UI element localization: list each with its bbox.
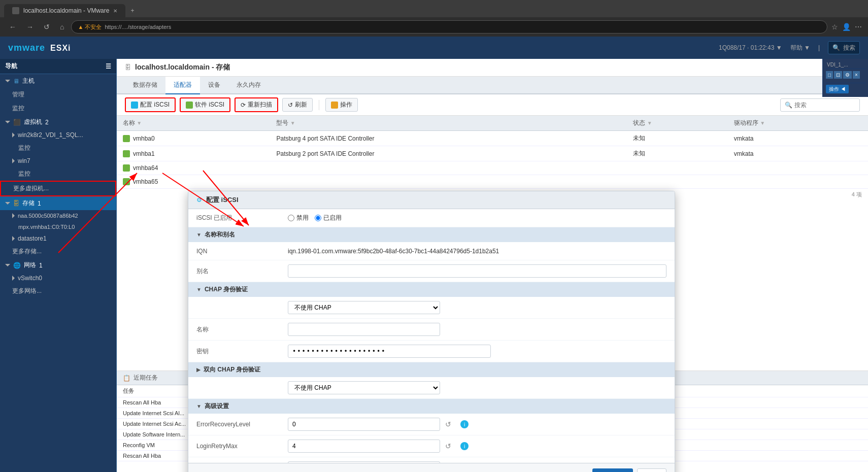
sidebar-item-vm1[interactable]: win2k8r2_VDI_1_SQL... [0,129,116,141]
tab-adapters[interactable]: 适配器 [165,77,200,94]
iscsi-enabled-row: iSCSI 已启用 禁用 已启用 [188,209,675,227]
user-info[interactable]: 1Q088/17 · 01:22:43 ▼ [719,44,782,51]
sidebar: 导航 ☰ 🖥 主机 管理 监控 ⬛ 虚拟机 2 win2k8r2_VDI_1_S… [0,59,117,472]
sidebar-item-naa[interactable]: naa.5000c50087a86b42 [0,210,116,221]
iscsi-disabled-radio[interactable]: 禁用 [288,214,309,222]
fp-actions-row: 操作 ◀ [825,83,866,95]
reset-icon-1[interactable]: ↺ [443,441,453,451]
expand-vm1-icon [12,132,15,138]
rescan-button[interactable]: ⟳ 重新扫描 [235,97,278,112]
sidebar-item-datastore1[interactable]: datastore1 [0,232,116,245]
sidebar-item-win7[interactable]: win7 [0,155,116,167]
tab-devices[interactable]: 设备 [200,77,228,94]
header-search[interactable]: 🔍 搜索 [828,41,860,54]
mutual-chap-section-header[interactable]: ▶ 双向 CHAP 身份验证 [188,362,675,377]
adv-input-1[interactable] [288,440,440,453]
iscsi-disabled-radio-input[interactable] [288,215,294,221]
chap-name-input[interactable] [288,323,440,336]
name-alias-section-header[interactable]: ▼ 名称和别名 [188,227,675,242]
refresh-button[interactable]: ↺ 刷新 [282,98,313,112]
iscsi-enabled-radio-input[interactable] [315,215,321,221]
main-layout: 导航 ☰ 🖥 主机 管理 监控 ⬛ 虚拟机 2 win2k8r2_VDI_1_S… [0,59,868,472]
browser-tab-active[interactable]: localhost.localdomain - VMware ✕ [4,4,125,17]
sidebar-item-label-more-network: 更多网络... [12,287,42,295]
fp-actions-button[interactable]: 操作 ◀ [826,85,849,93]
page-header-icon: 🗄 [125,64,131,71]
menu-icon[interactable]: ⋯ [855,23,862,31]
software-iscsi-button[interactable]: 软件 iSCSI [180,97,230,112]
table-row[interactable]: vmhba0 Patsburg 4 port SATA IDE Controll… [117,131,868,146]
adv-label-0: ErrorRecoveryLevel [196,421,288,428]
info-icon-1[interactable]: i [460,442,469,450]
iscsi-enabled-radio[interactable]: 已启用 [315,214,342,222]
advanced-label: 高级设置 [205,402,229,411]
expand-icon [5,80,10,82]
sidebar-item-label-storage: 存储 [22,199,35,208]
col-driver: 驱动程序 ▼ [728,116,868,131]
chap-secret-label: 密钥 [196,347,288,356]
mutual-chap-select[interactable]: 不使用 CHAP [288,381,440,394]
adv-value-wrapper-1: ↺ i [288,440,666,453]
nav-home-button[interactable]: ⌂ [57,21,67,33]
sidebar-item-label-network: 网络 [24,261,36,269]
mutual-chap-toggle: ▶ [196,367,201,373]
table-row[interactable]: vmhba64 [117,161,868,175]
sidebar-item-more-storage[interactable]: 更多存储... [0,245,116,258]
sidebar-collapse-button[interactable]: ☰ [106,63,111,70]
bookmark-icon[interactable]: ☆ [831,23,838,31]
sidebar-item-monitor-win7[interactable]: 监控 [0,167,116,181]
cancel-button[interactable]: 取消 [637,468,666,472]
sidebar-item-label-win7: win7 [18,157,30,164]
tab-persistent-memory[interactable]: 永久内存 [228,77,269,94]
sidebar-item-mpx[interactable]: mpx.vmhba1:C0:T0:L0 [0,221,116,232]
fp-btn-2[interactable]: ⚙ [843,71,852,79]
chap-secret-input[interactable] [288,345,491,358]
fp-btn-3[interactable]: × [853,71,860,79]
network-icon: 🌐 [13,262,21,269]
expand-network-icon [5,264,10,266]
alias-input[interactable] [288,264,666,278]
profile-icon[interactable]: 👤 [842,23,851,31]
table-row[interactable]: vmhba65 [117,175,868,189]
chap-select[interactable]: 不使用 CHAP 使用 CHAP (需要) 使用 CHAP (首选) [288,301,440,314]
toolbar: 配置 iSCSI 软件 iSCSI ⟳ 重新扫描 ↺ 刷新 操作 🔍 [117,94,868,116]
nav-forward-button[interactable]: → [23,21,37,33]
reset-icon-0[interactable]: ↺ [443,419,453,429]
toolbar-search[interactable]: 🔍 [780,98,860,112]
fp-btn-1[interactable]: ⊡ [834,71,842,79]
sidebar-item-monitor-vm1[interactable]: 监控 [0,141,116,155]
sidebar-item-vswitch0[interactable]: vSwitch0 [0,272,116,284]
new-tab-button[interactable]: + [125,4,139,17]
adv-input-2[interactable] [288,461,440,463]
adv-input-0[interactable] [288,418,440,431]
help-button[interactable]: 帮助 ▼ [790,44,810,52]
sidebar-item-more-network[interactable]: 更多网络... [0,284,116,298]
sidebar-item-network[interactable]: 🌐 网络 1 [0,258,116,272]
sidebar-item-host[interactable]: 🖥 主机 [0,74,116,88]
config-iscsi-button[interactable]: 配置 iSCSI [125,97,176,112]
save-config-button[interactable]: 保存配置 [592,468,633,472]
sidebar-item-storage[interactable]: 🗄 存储 1 [0,196,116,210]
address-text: https://..../storage/adapters [105,24,171,30]
sidebar-item-more-vms[interactable]: 更多虚拟机... [0,181,116,196]
chap-section-header[interactable]: ▼ CHAP 身份验证 [188,282,675,297]
nav-refresh-button[interactable]: ↺ [41,21,53,33]
sidebar-item-manage[interactable]: 管理 [0,88,116,102]
table-row[interactable]: vmhba1 Patsburg 2 port SATA IDE Controll… [117,146,868,161]
sidebar-item-vms[interactable]: ⬛ 虚拟机 2 [0,115,116,129]
sidebar-item-label-monitor-win7: 监控 [18,170,30,178]
toolbar-separator [319,100,319,110]
address-bar[interactable]: ▲ 不安全 https://..../storage/adapters [71,20,827,33]
sidebar-item-monitor-host[interactable]: 监控 [0,102,116,115]
tab-close-button[interactable]: ✕ [113,8,117,14]
advanced-section-header[interactable]: ▼ 高级设置 [188,399,675,414]
rescan-btn-label: 重新扫描 [248,100,272,109]
adv-value-wrapper-0: ↺ i [288,418,666,431]
tab-datastores[interactable]: 数据存储 [125,77,165,94]
actions-button[interactable]: 操作 [325,98,358,112]
adapters-table: 名称 ▼ 型号 ▼ 状态 ▼ 驱动程序 ▼ vmhba0 Patsburg 4 … [117,116,868,189]
info-icon-0[interactable]: i [460,420,469,428]
nav-back-button[interactable]: ← [6,21,19,33]
search-input[interactable] [794,102,855,109]
fp-btn-0[interactable]: □ [826,71,833,79]
